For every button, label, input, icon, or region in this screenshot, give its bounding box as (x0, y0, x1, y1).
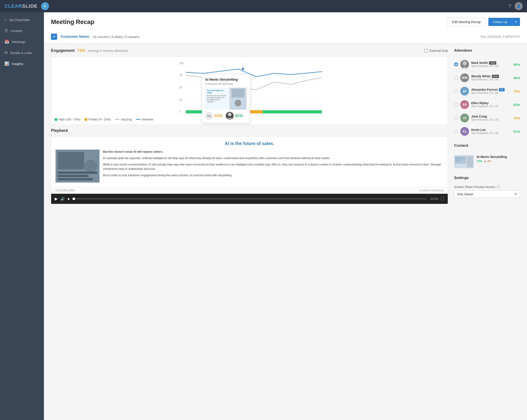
page-header: Meeting Recap Edit Meeting Recap Follow … (44, 12, 527, 43)
logo-slide: SLIDE (22, 3, 38, 9)
attendee-name-row-ellen-ripley: Ellen Ripley (471, 101, 511, 105)
app-body: ⌂ My ClearSlide ☰ Content 📅 Meetings ✉ E… (0, 12, 527, 420)
content-item-metrics-ai: 76% ▲ 3% (476, 159, 520, 163)
meeting-datetime: Tue, 2/19/2019, 1:56PM PST (480, 35, 520, 38)
emails-icon: ✉ (4, 50, 8, 55)
add-button[interactable]: + (41, 2, 49, 10)
left-panel: Engagement 73% Average 6 minutes distrac… (51, 48, 448, 204)
progress-bar[interactable] (72, 198, 427, 199)
legend-blue-icon (136, 119, 140, 120)
sidebar-item-insights[interactable]: 📊 Insights (0, 58, 44, 69)
tooltip-time: 3 minutes 10 seconds (205, 82, 247, 86)
attendee-location-wendy-white: San Francisco, CA, US (471, 78, 511, 81)
attendee-pct-mark-smith: 90% (513, 63, 520, 66)
slide-title: AI is the future of sales. (225, 141, 274, 146)
time-display: -23:00 (429, 197, 438, 200)
top-nav-left: CLEARSLIDE + (4, 2, 49, 10)
playback-container: AI is the future of sales. (51, 136, 448, 204)
customer-bar-left: ✉ Customer Name 23 minutes | 8 slides | … (51, 33, 139, 40)
content-section: Content AI is the future of sales. (454, 144, 520, 170)
screen-share-select[interactable]: Only Owner All Viewers No One (454, 190, 520, 198)
engagement-avg-text: Average 6 minutes distracted (88, 49, 422, 53)
external-only-container: External Only (424, 49, 448, 53)
slide-subtitle: But this doesn't mean AI will replace se… (103, 150, 163, 153)
attendee-location-alexandra-forrest: San Francisco, CA, US (471, 91, 511, 94)
attendee-info-ellen-ripley: Ellen Ripley San Francisco, CA, US (471, 101, 511, 108)
content-section-title: Content (454, 144, 520, 150)
fullscreen-button[interactable]: ⛶ (441, 197, 444, 201)
legend-orange-icon (85, 118, 87, 121)
tooltip-person-icon (226, 112, 234, 120)
attendee-name-row-mark-smith: Mark Smith Host (471, 61, 511, 65)
follow-up-dropdown-arrow[interactable]: ▼ (512, 18, 520, 26)
avatar[interactable]: 👤 (515, 2, 523, 10)
attendee-info-alexandra-forrest: Alexandra Forrest CS San Francisco, CA, … (471, 88, 511, 94)
edit-meeting-recap-button[interactable]: Edit Meeting Recap (447, 18, 486, 26)
follow-up-button[interactable]: Follow Up ▼ (488, 18, 520, 26)
tooltip-person-pct: 82% (235, 114, 243, 118)
right-panel: Attendees Mark Smith Host San Fran (454, 48, 520, 204)
logo: CLEARSLIDE (4, 3, 38, 9)
external-only-label: External Only (429, 49, 448, 53)
screen-share-select-container: Only Owner All Viewers No One ▼ (454, 190, 520, 198)
top-nav-right: ? 👤 (509, 2, 523, 10)
content-item-ai: AI is the future of sales. AI Meets Stor… (454, 153, 520, 170)
svg-text:100: 100 (179, 62, 184, 65)
attendee-pct-alexandra-forrest: 74% (513, 89, 520, 93)
svg-rect-30 (467, 156, 473, 167)
legend-attendee: Attendee (136, 118, 153, 121)
attendee-radio-wendy-white[interactable] (454, 76, 458, 80)
attendee-avatar-mark-smith (460, 60, 469, 69)
play-button[interactable]: ▶ (55, 196, 58, 201)
sidebar-item-my-clearslide[interactable]: ⌂ My ClearSlide (0, 14, 44, 25)
attendee-name-wendy-white: Wendy White (471, 75, 491, 78)
attendee-badge-alexandra-forrest: CS (499, 88, 505, 91)
sidebar-label-content: Content (11, 29, 22, 33)
svg-text:50: 50 (179, 86, 182, 89)
content-delta-ai: ▲ 3% (484, 160, 491, 163)
help-icon[interactable]: ? (509, 3, 511, 9)
attendee-avatar-alexandra-forrest: AF (460, 87, 469, 96)
svg-point-21 (84, 159, 97, 173)
slide-body-3: But in order to truly transform engageme… (103, 173, 443, 178)
legend-avg-eng: Avg Eng (115, 118, 132, 121)
content-pct-ai: 76% (476, 159, 482, 163)
attendees-section-title: Attendees (454, 48, 520, 55)
attendee-avatar-wendy-white: WW (460, 73, 469, 82)
tooltip-avg-label: Avg (207, 115, 211, 117)
attendee-name-ellen-ripley: Ellen Ripley (471, 101, 489, 105)
engagement-percentage: 73% (77, 48, 85, 53)
tooltip-slide-title-text: AI is the future of sales. (207, 89, 223, 94)
attendee-radio-ellen-ripley[interactable] (454, 103, 458, 107)
sidebar-label-meetings: Meetings (12, 40, 25, 44)
sidebar-item-meetings[interactable]: 📅 Meetings (0, 36, 44, 47)
attendee-radio-alexandra-forrest[interactable] (454, 89, 458, 93)
attendee-name-row-wendy-white: Wendy White Host (471, 75, 511, 78)
help-icon-settings[interactable]: ? (497, 185, 500, 189)
screen-share-label-text: Screen Share Preview Access (454, 185, 495, 189)
attendee-location-kevin-lee: San Francisco, CA, US (471, 132, 511, 135)
chart-tooltip: AI Meets Storytelling 3 minutes 10 secon… (202, 74, 250, 123)
attendee-radio-mark-smith[interactable] (454, 62, 458, 66)
attendee-info-jane-craig: Jane Craig San Francisco, CA, US (471, 115, 511, 121)
slide-main: But this doesn't mean AI will replace se… (55, 150, 443, 183)
legend-green-icon (55, 118, 57, 121)
attendee-radio-kevin-lee[interactable] (454, 129, 458, 133)
position-indicator[interactable]: ● (67, 197, 70, 201)
content-item-info-ai: AI Meets Storytelling 76% ▲ 3% (476, 155, 520, 163)
attendee-radio-jane-craig[interactable] (454, 116, 458, 120)
legend-high: High (100 - 75%) (55, 118, 80, 121)
customer-name[interactable]: Customer Name (61, 34, 89, 39)
engagement-label: Engagement (51, 48, 75, 53)
volume-button[interactable]: 🔊 (60, 197, 65, 201)
slide-footer-brand: CLEARSLIDE (55, 189, 75, 192)
attendee-location-mark-smith: San Francisco, CA, US (471, 65, 511, 68)
sidebar-item-emails-links[interactable]: ✉ Emails & Links (0, 47, 44, 58)
tooltip-metrics: Avg 53% 82% (205, 112, 247, 120)
svg-rect-20 (58, 152, 84, 169)
sidebar-item-content[interactable]: ☰ Content (0, 25, 44, 36)
external-only-checkbox[interactable] (424, 49, 428, 53)
attendee-badge-wendy-white: Host (492, 75, 499, 78)
engagement-header: Engagement 73% Average 6 minutes distrac… (51, 48, 448, 53)
insights-icon: 📊 (4, 61, 9, 66)
